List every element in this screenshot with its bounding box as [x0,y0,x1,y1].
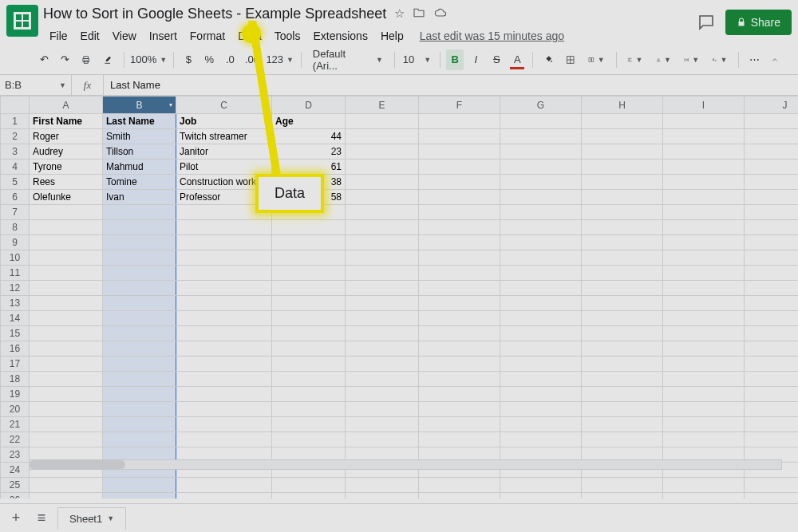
cell[interactable] [500,417,582,432]
cell[interactable] [103,478,176,493]
cell[interactable] [419,190,500,205]
cell[interactable] [745,220,799,235]
cell[interactable] [103,250,176,266]
column-header-A[interactable]: A [30,97,103,114]
cell[interactable] [346,326,419,341]
cell[interactable] [500,160,582,175]
cell[interactable] [346,190,419,205]
cell[interactable] [500,341,582,357]
cell[interactable] [745,432,799,447]
add-sheet-button[interactable]: + [6,509,26,528]
cell[interactable] [419,296,500,311]
cell[interactable] [419,205,500,220]
cell[interactable] [346,402,419,417]
strikethrough-button[interactable]: S [488,49,505,70]
row-header[interactable]: 24 [1,463,30,478]
cell[interactable] [30,220,103,235]
cell[interactable] [663,402,745,417]
cell[interactable] [346,129,419,144]
cell[interactable] [745,266,799,281]
cell[interactable] [30,402,103,417]
cell[interactable] [346,266,419,281]
cell[interactable] [30,372,103,387]
cell[interactable] [663,296,745,311]
cell[interactable] [500,478,582,493]
cell[interactable] [103,432,176,447]
cell[interactable] [500,205,582,220]
font-family-select[interactable]: Default (Ari...▼ [308,49,388,70]
cell[interactable] [346,205,419,220]
cell[interactable] [663,432,745,447]
cell[interactable] [419,235,500,250]
cell[interactable] [663,160,745,175]
comments-icon[interactable] [697,13,716,32]
cell[interactable] [419,250,500,266]
cell[interactable] [272,417,346,432]
cell[interactable] [745,326,799,341]
cell[interactable] [419,144,500,160]
cell[interactable] [346,387,419,402]
cell[interactable] [663,372,745,387]
cell[interactable] [176,402,272,417]
column-header-E[interactable]: E [346,97,419,114]
cell[interactable] [500,402,582,417]
cell[interactable] [500,144,582,160]
cell[interactable] [176,387,272,402]
column-header-D[interactable]: D [272,97,346,114]
row-header[interactable]: 16 [1,341,30,357]
cell[interactable] [582,266,663,281]
cell[interactable] [346,417,419,432]
cell[interactable] [582,296,663,311]
cell[interactable] [30,387,103,402]
cell[interactable] [176,417,272,432]
cell[interactable] [745,417,799,432]
row-header[interactable]: 14 [1,311,30,326]
menu-insert[interactable]: Insert [143,28,184,44]
cell[interactable] [103,296,176,311]
cell[interactable] [419,326,500,341]
text-wrap-button[interactable]: ▼ [679,49,704,70]
cell[interactable] [419,114,500,129]
cell[interactable]: Pilot [176,160,272,175]
cell[interactable] [176,296,272,311]
document-title[interactable]: How to Sort in Google Sheets - Example S… [43,6,386,22]
horizontal-scrollbar[interactable] [29,459,782,470]
cell[interactable] [745,402,799,417]
share-button[interactable]: Share [725,10,792,35]
increase-decimal-button[interactable]: .00 [242,49,262,70]
cell[interactable] [582,175,663,190]
cell[interactable] [176,372,272,387]
cell[interactable] [103,235,176,250]
cell[interactable] [500,357,582,372]
cell[interactable] [272,478,346,493]
cell[interactable] [582,250,663,266]
cell[interactable]: Janitor [176,144,272,160]
cell[interactable] [582,160,663,175]
redo-button[interactable]: ↷ [56,49,73,70]
cell[interactable] [663,175,745,190]
cell[interactable] [30,432,103,447]
cell[interactable] [272,235,346,250]
cell[interactable] [30,417,103,432]
cell[interactable] [272,266,346,281]
cell[interactable] [582,493,663,499]
cell[interactable] [745,296,799,311]
cell[interactable] [419,432,500,447]
cell[interactable] [663,387,745,402]
row-header[interactable]: 1 [1,114,30,129]
cell[interactable]: Tyrone [30,160,103,175]
cell[interactable] [582,220,663,235]
cell[interactable]: Olefunke [30,190,103,205]
bold-button[interactable]: B [446,49,464,70]
cell[interactable] [419,387,500,402]
cell[interactable] [30,341,103,357]
cell[interactable] [745,493,799,499]
cell[interactable] [30,250,103,266]
cell[interactable] [30,326,103,341]
cell[interactable] [500,281,582,296]
cell[interactable] [103,387,176,402]
cell[interactable] [663,205,745,220]
cell[interactable] [176,250,272,266]
row-header[interactable]: 3 [1,144,30,160]
cell[interactable] [346,341,419,357]
